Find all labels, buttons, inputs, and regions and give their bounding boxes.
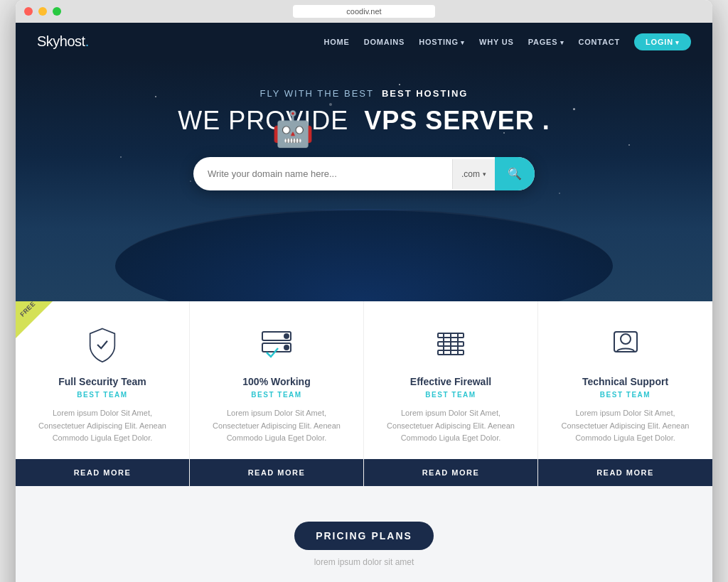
pricing-section: PRICING PLANS lorem ipsum dolor sit amet… (16, 486, 712, 582)
browser-titlebar: coodiv.net (16, 0, 712, 23)
nav-link-whyus[interactable]: WHY US (479, 38, 514, 46)
nav-item-domains[interactable]: DOMAINS (364, 35, 405, 48)
feature-desc-working: Lorem ipsum Dolor Sit Amet, Consectetuer… (208, 407, 346, 445)
feature-title-working: 100% Working (208, 376, 346, 387)
svg-point-11 (621, 334, 631, 344)
shield-icon (33, 326, 171, 367)
nav-link-pages[interactable]: PAGES (528, 38, 564, 46)
nav-link-home[interactable]: HOME (323, 38, 349, 46)
feature-subtitle-working: BEST TEAM (208, 391, 346, 399)
hero-section: FLY WITH THE BEST BEST HOSTING WE PROVID… (16, 60, 712, 301)
svg-point-3 (284, 345, 289, 350)
nav-item-hosting[interactable]: HOSTING (419, 35, 465, 48)
feature-subtitle-firewall: BEST TEAM (382, 391, 520, 399)
logo-text-host: host (60, 33, 85, 49)
minimize-button[interactable] (38, 7, 47, 16)
feature-subtitle-security: BEST TEAM (33, 391, 171, 399)
feature-title-firewall: Effective Firewall (382, 376, 520, 387)
logo-text-sky: Sky (37, 33, 60, 49)
feature-card-support: Technical Support BEST TEAM Lorem ipsum … (538, 301, 712, 486)
nav-link-contact[interactable]: CONTACT (578, 38, 620, 46)
navigation: Skyhost. HOME DOMAINS HOSTING WHY US PAG… (16, 23, 712, 60)
pricing-label: PRICING PLANS (294, 522, 434, 550)
features-grid: FREE Full Security Team BEST TEAM Lorem … (16, 301, 712, 486)
features-section: FREE Full Security Team BEST TEAM Lorem … (16, 301, 712, 486)
nav-item-whyus[interactable]: WHY US (479, 35, 514, 48)
read-more-button-security[interactable]: READ MORE (16, 459, 189, 486)
hero-robot-icon: 🤖 (272, 109, 314, 149)
nav-links: HOME DOMAINS HOSTING WHY US PAGES CONTAC… (323, 35, 691, 48)
nav-link-hosting[interactable]: HOSTING (419, 38, 465, 46)
firewall-icon (382, 326, 520, 367)
domain-search-input[interactable] (193, 158, 452, 189)
search-icon: 🔍 (508, 168, 522, 180)
read-more-button-firewall[interactable]: READ MORE (364, 459, 537, 486)
hero-title-bold: VPS SERVER . (364, 106, 550, 135)
feature-title-support: Technical Support (556, 376, 695, 387)
nav-link-login[interactable]: LOGIN (634, 33, 691, 50)
close-button[interactable] (24, 7, 33, 16)
feature-title-security: Full Security Team (33, 376, 171, 387)
read-more-button-working[interactable]: READ MORE (190, 459, 363, 486)
feature-card-firewall: Effective Firewall BEST TEAM Lorem ipsum… (364, 301, 538, 486)
feature-desc-support: Lorem ipsum Dolor Sit Amet, Consectetuer… (556, 407, 695, 445)
nav-link-domains[interactable]: DOMAINS (364, 38, 405, 46)
hero-tagline-strong: BEST HOSTING (382, 88, 469, 99)
logo-dot: . (85, 33, 89, 49)
website-content: Skyhost. HOME DOMAINS HOSTING WHY US PAG… (16, 23, 712, 582)
hero-tagline: FLY WITH THE BEST BEST HOSTING (30, 88, 698, 99)
feature-card-working: 100% Working BEST TEAM Lorem ipsum Dolor… (190, 301, 364, 486)
support-icon (556, 326, 695, 367)
pricing-subtitle: lorem ipsum dolor sit amet (37, 557, 691, 567)
domain-extension-selector[interactable]: .com (452, 159, 495, 189)
search-bar: .com 🔍 (193, 157, 535, 190)
site-logo: Skyhost. (37, 33, 323, 50)
search-button[interactable]: 🔍 (495, 157, 535, 190)
feature-subtitle-support: BEST TEAM (556, 391, 695, 399)
hero-title-normal: WE PROVIDE (178, 106, 348, 135)
svg-point-2 (284, 334, 289, 338)
nav-item-home[interactable]: HOME (323, 35, 349, 48)
maximize-button[interactable] (53, 7, 61, 16)
feature-desc-firewall: Lorem ipsum Dolor Sit Amet, Consectetuer… (382, 407, 520, 445)
hero-tagline-normal: FLY WITH THE BEST (260, 88, 374, 99)
browser-window: coodiv.net Skyhost. HOME DOMAINS HOSTING… (16, 0, 712, 582)
planet-arc (115, 209, 613, 301)
read-more-button-support[interactable]: READ MORE (538, 459, 712, 486)
address-bar[interactable]: coodiv.net (293, 5, 435, 18)
nav-item-pages[interactable]: PAGES (528, 35, 564, 48)
feature-desc-security: Lorem ipsum Dolor Sit Amet, Consectetuer… (33, 407, 171, 445)
hero-title: WE PROVIDE VPS SERVER . (30, 106, 698, 136)
feature-card-security: FREE Full Security Team BEST TEAM Lorem … (16, 301, 190, 486)
nav-item-contact[interactable]: CONTACT (578, 35, 620, 48)
nav-item-login[interactable]: LOGIN (634, 35, 691, 48)
server-icon (208, 326, 346, 367)
